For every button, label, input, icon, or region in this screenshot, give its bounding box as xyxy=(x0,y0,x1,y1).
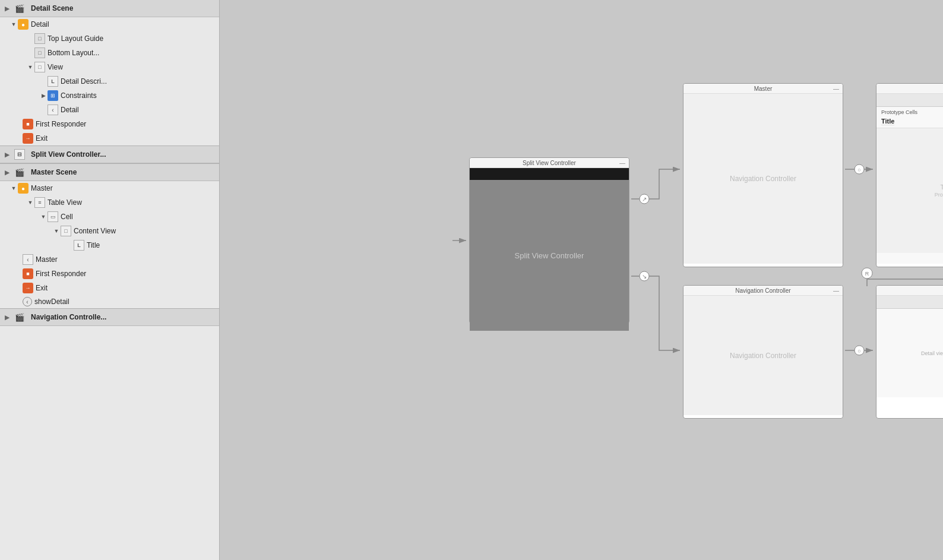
scene-header-detail[interactable]: ▶ 🎬 Detail Scene xyxy=(0,0,219,17)
label-exit-1: Exit xyxy=(36,134,48,143)
table-view-label: Table View xyxy=(935,183,943,191)
svg-point-6 xyxy=(640,271,649,281)
tree-item-detail-descri[interactable]: L Detail Descri... xyxy=(0,74,219,88)
first-responder-icon-1: ■ xyxy=(23,119,33,129)
nav-bottom-inner: Navigation Controller xyxy=(683,296,843,415)
label-view: View xyxy=(48,63,63,71)
label-bottom-layout: Bottom Layout... xyxy=(48,49,99,57)
master-vc-icon: ● xyxy=(18,183,29,194)
nav-bottom-minus[interactable]: — xyxy=(833,287,839,294)
disclosure-detail-vc[interactable]: ▼ xyxy=(10,21,18,27)
label-top-layout: Top Layout Guide xyxy=(48,34,103,43)
tree-item-first-responder-2[interactable]: ■ First Responder xyxy=(0,267,219,281)
detail-btn-icon: ‹ xyxy=(48,105,58,115)
master-tv-inner: Master Prototype Cells Title Table View … xyxy=(876,94,943,264)
tree-item-bottom-layout[interactable]: □ Bottom Layout... xyxy=(0,46,219,60)
tree-item-top-layout[interactable]: □ Top Layout Guide xyxy=(0,31,219,46)
nav-top-label: Navigation Controller xyxy=(730,175,796,183)
tree-item-exit-2[interactable]: → Exit xyxy=(0,281,219,295)
tree-item-exit-1[interactable]: → Exit xyxy=(0,131,219,145)
svc-label: Split View Controller xyxy=(515,251,584,260)
svg-text:○: ○ xyxy=(857,167,860,173)
detail-vc-scene[interactable]: Detail — Detail Detail view content goes… xyxy=(876,285,943,419)
detail-vc-title-bar: Detail — xyxy=(876,286,943,296)
layout-icon-top: □ xyxy=(34,33,45,44)
scene-label-split: Split View Controller... xyxy=(31,150,106,159)
scene-label-detail: Detail Scene xyxy=(31,4,73,12)
tv-content-label: Table View Prototype Content xyxy=(935,183,943,198)
disclosure-constraints[interactable]: ▶ xyxy=(39,93,48,99)
detail-vc-inner: Detail Detail view content goes here xyxy=(876,296,943,415)
exit-icon-1: → xyxy=(23,133,33,144)
disclosure-nav-scene[interactable]: ▶ xyxy=(5,314,11,320)
master-table-view-scene[interactable]: Master — Master Prototype Cells Title Ta… xyxy=(876,83,943,267)
svc-inner: Split View Controller xyxy=(470,180,629,331)
label-master-btn: Master xyxy=(36,255,58,264)
disclosure-content-view[interactable]: ▼ xyxy=(52,228,61,234)
label-exit-2: Exit xyxy=(36,284,48,292)
svg-text:○: ○ xyxy=(857,348,860,354)
tree-item-view[interactable]: ▼ □ View xyxy=(0,60,219,74)
nav-top-minus[interactable]: — xyxy=(833,86,839,92)
label-show-detail: showDetail xyxy=(34,298,69,306)
vc-icon-detail: ● xyxy=(18,19,29,30)
tree-item-master-vc[interactable]: ▼ ● Master xyxy=(0,181,219,195)
tree-item-detail-btn[interactable]: ‹ Detail xyxy=(0,103,219,117)
scene-header-master[interactable]: ▶ 🎬 Master Scene xyxy=(0,164,219,181)
disclosure-split-scene[interactable]: ▶ xyxy=(5,151,11,157)
svg-point-12 xyxy=(862,268,872,279)
tree-item-detail-vc[interactable]: ▼ ● Detail xyxy=(0,17,219,31)
nav-bottom-title-bar: Navigation Controller — xyxy=(683,286,843,296)
label-first-responder-1: First Responder xyxy=(36,120,86,128)
nav-controller-top[interactable]: Master — Navigation Controller xyxy=(683,83,843,267)
svc-title-bar: Split View Controller — xyxy=(470,158,629,168)
scene-header-nav[interactable]: ▶ 🎬 Navigation Controlle... xyxy=(0,309,219,326)
show-detail-icon: ‹ xyxy=(23,297,32,306)
disclosure-view[interactable]: ▼ xyxy=(26,64,34,70)
split-view-controller-scene[interactable]: Split View Controller — Split View Contr… xyxy=(469,157,629,324)
disclosure-master-vc[interactable]: ▼ xyxy=(10,185,18,191)
storyboard-canvas[interactable]: ↗ ↘ ○ ○ R Split View Controller — Split … xyxy=(220,0,943,560)
disclosure-cell[interactable]: ▼ xyxy=(39,214,48,220)
scene-icon-master: 🎬 xyxy=(14,167,25,178)
nav-controller-bottom[interactable]: Navigation Controller — Navigation Contr… xyxy=(683,285,843,419)
svg-point-8 xyxy=(855,164,864,174)
tree-item-first-responder-1[interactable]: ■ First Responder xyxy=(0,117,219,131)
tree-item-constraints[interactable]: ▶ ⊞ Constraints xyxy=(0,88,219,103)
svg-text:↗: ↗ xyxy=(642,196,647,203)
disclosure-table-view[interactable]: ▼ xyxy=(26,200,34,205)
nav-bottom-title: Navigation Controller xyxy=(735,287,790,294)
scene-header-split[interactable]: ▶ ⊟ Split View Controller... xyxy=(0,146,219,163)
svc-minus[interactable]: — xyxy=(619,160,625,166)
svg-point-4 xyxy=(640,194,649,204)
label-first-responder-2: First Responder xyxy=(36,270,86,278)
layout-icon-bottom: □ xyxy=(34,48,45,58)
svg-point-10 xyxy=(855,346,864,355)
table-view-icon: ≡ xyxy=(34,197,45,208)
prototype-content-label: Prototype Content xyxy=(935,192,943,198)
svc-status-bar xyxy=(470,168,629,180)
label-detail-btn: Detail xyxy=(61,106,79,114)
tree-item-table-view[interactable]: ▼ ≡ Table View xyxy=(0,195,219,210)
tree-item-cell[interactable]: ▼ ▭ Cell xyxy=(0,210,219,224)
nav-scene-icon: 🎬 xyxy=(14,312,25,322)
tree-item-master-btn[interactable]: ‹ Master xyxy=(0,252,219,267)
label-detail-vc: Detail xyxy=(31,20,49,29)
view-icon-item: □ xyxy=(34,62,45,72)
svc-title: Split View Controller xyxy=(523,160,576,166)
detail-scene-tree: ▼ ● Detail □ Top Layout Guide □ Bottom L… xyxy=(0,17,219,145)
tree-item-title[interactable]: L Title xyxy=(0,238,219,252)
sidebar: ▶ 🎬 Detail Scene ▼ ● Detail □ Top Layout… xyxy=(0,0,220,560)
content-view-icon: □ xyxy=(61,226,71,236)
disclosure-master-scene[interactable]: ▶ xyxy=(5,169,11,175)
prototype-cells-label: Prototype Cells xyxy=(876,107,943,116)
tree-item-show-detail[interactable]: ‹ showDetail xyxy=(0,295,219,308)
nav-top-inner: Navigation Controller xyxy=(683,94,843,264)
tree-item-content-view[interactable]: ▼ □ Content View xyxy=(0,224,219,238)
label-content-view: Content View xyxy=(74,227,116,235)
scene-label-master: Master Scene xyxy=(31,168,77,176)
disclosure-detail-scene[interactable]: ▶ xyxy=(5,5,11,11)
scene-icon-detail: 🎬 xyxy=(14,3,25,14)
exit-icon-2: → xyxy=(23,283,33,293)
detail-nav-bar: Detail xyxy=(876,296,943,309)
